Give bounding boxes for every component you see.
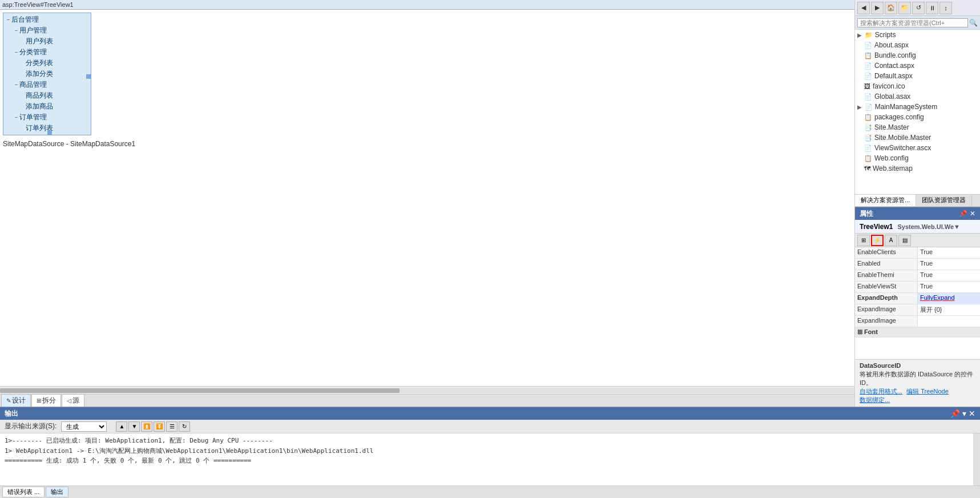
output-line: ========== 生成: 成功 1 个, 失败 0 个, 最新 0 个, 跳… bbox=[5, 456, 969, 466]
file-item[interactable]: 🗺Web.sitemap bbox=[855, 163, 980, 174]
tree-toggle[interactable]: − bbox=[15, 114, 18, 121]
props-event-btn[interactable]: ⚡ bbox=[871, 235, 884, 246]
file-name-label: Contact.aspx bbox=[874, 62, 914, 70]
output-toolbar-btn1[interactable]: ▲ bbox=[116, 421, 127, 432]
output-toolbar-btn2[interactable]: ▼ bbox=[128, 421, 140, 432]
sol-sync-button[interactable]: ↕ bbox=[939, 2, 952, 14]
file-item[interactable]: 📋Bundle.config bbox=[855, 50, 980, 61]
tree-toggle[interactable]: − bbox=[15, 49, 18, 55]
prop-group-font: ⊞ Font bbox=[855, 327, 980, 338]
output-toolbar-btn6[interactable]: ↻ bbox=[179, 421, 190, 432]
prop-row-expandimage2: ExpandImage bbox=[855, 316, 980, 327]
component-name-label: TreeView1 bbox=[860, 223, 893, 231]
file-item[interactable]: 📋Web.config bbox=[855, 153, 980, 163]
prop-name-enableviewstate: EnableViewSt bbox=[855, 282, 918, 292]
search-icon: 🔍 bbox=[969, 19, 978, 27]
tab-source[interactable]: ◁ 源 bbox=[62, 394, 84, 407]
file-type-icon: 🗺 bbox=[864, 165, 870, 172]
output-toolbar-btn3[interactable]: ⏫ bbox=[141, 421, 152, 432]
tree-toggle[interactable]: − bbox=[15, 27, 18, 34]
props-header-title: 属性 bbox=[860, 209, 873, 219]
props-alpha-btn[interactable]: A bbox=[885, 235, 897, 246]
file-item[interactable]: 🖼favicon.ico bbox=[855, 81, 980, 91]
tree-toggle-placeholder bbox=[23, 125, 25, 131]
props-close-icon[interactable]: ✕ bbox=[970, 210, 975, 218]
file-type-icon: 📋 bbox=[864, 114, 872, 121]
output-toolbar-btn5[interactable]: ☰ bbox=[166, 421, 178, 432]
output-header-title: 输出 bbox=[5, 409, 18, 419]
right-tabs: 解决方案资源管... 团队资源管理器 bbox=[855, 194, 980, 207]
file-item[interactable]: ▶ 📁Scripts bbox=[855, 30, 980, 40]
output-toolbar-btn4[interactable]: ⏬ bbox=[154, 421, 165, 432]
tree-toggle[interactable]: − bbox=[15, 82, 18, 88]
tab-error-list[interactable]: 错误列表 ... bbox=[2, 487, 45, 497]
props-footer-title: DataSourceID bbox=[860, 362, 975, 369]
file-item[interactable]: 📄Default.aspx bbox=[855, 71, 980, 81]
prop-value-enabletheme: True bbox=[918, 270, 980, 281]
tree-toggle[interactable]: − bbox=[7, 17, 10, 23]
edit-treenode-link[interactable]: 编辑 TreeNode bbox=[906, 388, 949, 395]
tab-solution-explorer[interactable]: 解决方案资源管... bbox=[855, 195, 916, 206]
sol-forward-button[interactable]: ▶ bbox=[871, 2, 884, 14]
sol-toolbar-left: ◀ ▶ 🏠 📁 ↺ ⏸ ↕ bbox=[857, 2, 952, 14]
file-name-label: Global.asax bbox=[874, 93, 910, 101]
prop-name-enabletheme: EnableThemi bbox=[855, 270, 918, 281]
tree-item: 用户列表 bbox=[5, 36, 90, 47]
file-item[interactable]: 📄Contact.aspx bbox=[855, 61, 980, 71]
tree-item: 添加商品 bbox=[5, 101, 90, 112]
output-menu-icon[interactable]: ▾ bbox=[962, 409, 966, 418]
databind-link[interactable]: 数据绑定... bbox=[860, 396, 890, 403]
sol-home-button[interactable]: 🏠 bbox=[885, 2, 897, 14]
tab-split[interactable]: ⊞ 拆分 bbox=[31, 394, 61, 407]
file-item[interactable]: 📋packages.config bbox=[855, 112, 980, 122]
solution-search-input[interactable] bbox=[857, 18, 968, 27]
file-item[interactable]: 📄ViewSwitcher.ascx bbox=[855, 143, 980, 153]
file-name-label: packages.config bbox=[874, 113, 924, 121]
file-type-icon: 📄 bbox=[864, 93, 872, 101]
file-name-label: About.aspx bbox=[874, 41, 909, 49]
output-vscroll[interactable] bbox=[973, 433, 980, 485]
right-panel: ◀ ▶ 🏠 📁 ↺ ⏸ ↕ 🔍 ▶ 📁Scripts📄About.aspx📋Bu… bbox=[854, 0, 980, 407]
output-close-icon[interactable]: ✕ bbox=[969, 409, 975, 418]
tree-toggle-placeholder bbox=[23, 93, 25, 99]
output-pin-icon[interactable]: 📌 bbox=[950, 409, 960, 418]
file-item[interactable]: 📑Site.Master bbox=[855, 122, 980, 132]
prop-value-enabled: True bbox=[918, 259, 980, 270]
file-item[interactable]: 📄About.aspx bbox=[855, 40, 980, 50]
solution-toolbar: ◀ ▶ 🏠 📁 ↺ ⏸ ↕ bbox=[855, 0, 980, 16]
props-content: EnableClients True Enabled True EnableTh… bbox=[855, 247, 980, 359]
file-name-label: Web.config bbox=[874, 154, 909, 162]
h-scrollbar-thumb[interactable] bbox=[0, 388, 400, 393]
resize-handle-bottom[interactable] bbox=[47, 130, 52, 135]
file-item[interactable]: 📄Global.asax bbox=[855, 91, 980, 102]
sol-project-button[interactable]: 📁 bbox=[898, 2, 911, 14]
prop-name-expandimage1: ExpandImage bbox=[855, 304, 918, 315]
tab-design[interactable]: ✎ 设计 bbox=[1, 394, 31, 407]
props-cat-btn[interactable]: ▤ bbox=[898, 235, 911, 246]
auto-format-link[interactable]: 自动套用格式... bbox=[860, 388, 902, 395]
file-name-label: Bundle.config bbox=[874, 51, 916, 59]
tab-team-explorer[interactable]: 团队资源管理器 bbox=[916, 195, 972, 206]
file-name-label: ViewSwitcher.ascx bbox=[874, 144, 931, 152]
tab-output[interactable]: 输出 bbox=[46, 487, 68, 497]
file-arrow-icon: ▶ bbox=[857, 104, 864, 110]
prop-value-enableviewstate: True bbox=[918, 282, 980, 292]
prop-row-expanddepth: ExpandDepth FullyExpand bbox=[855, 293, 980, 304]
output-source-select[interactable]: 生成 bbox=[61, 421, 107, 432]
prop-value-expanddepth: FullyExpand bbox=[918, 293, 980, 304]
prop-row-enableviewstate: EnableViewSt True bbox=[855, 282, 980, 293]
tree-item-label: 用户列表 bbox=[26, 37, 53, 46]
sol-refresh-button[interactable]: ↺ bbox=[912, 2, 925, 14]
props-pin-icon[interactable]: 📌 bbox=[959, 210, 967, 218]
file-item[interactable]: ▶ 📄MainManageSystem bbox=[855, 102, 980, 112]
output-toolbar: ▲ ▼ ⏫ ⏬ ☰ ↻ bbox=[116, 421, 190, 432]
props-footer: DataSourceID 将被用来作数据源的 IDataSource 的控件 I… bbox=[855, 359, 980, 407]
sol-back-button[interactable]: ◀ bbox=[857, 2, 870, 14]
resize-handle-right[interactable] bbox=[86, 74, 91, 79]
sol-pause-button[interactable]: ⏸ bbox=[926, 2, 938, 14]
file-item[interactable]: 📑Site.Mobile.Master bbox=[855, 132, 980, 143]
prop-value-enableclients: True bbox=[918, 247, 980, 258]
h-scrollbar[interactable] bbox=[0, 386, 854, 394]
props-grid-btn[interactable]: ⊞ bbox=[857, 235, 870, 246]
canvas-content: −后台管理−用户管理 用户列表−分类管理 分类列表 添加分类−商品管理 商品列表… bbox=[0, 10, 854, 386]
